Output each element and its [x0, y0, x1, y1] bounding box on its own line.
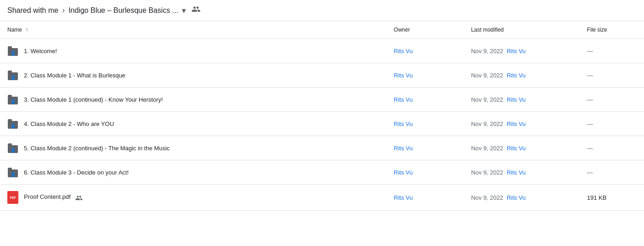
folder-icon: 👤 [7, 45, 18, 56]
name-cell: 👤 5. Class Module 2 (continued) - The Ma… [0, 136, 386, 160]
folder-icon: 👤 [7, 142, 18, 153]
size-cell: — [580, 112, 644, 136]
file-name: 5. Class Module 2 (continued) - The Magi… [24, 145, 170, 152]
breadcrumb-people-icon[interactable] [191, 5, 201, 16]
owner-link[interactable]: Rits Vu [394, 120, 413, 127]
table-row[interactable]: 👤 3. Class Module 1 (continued) - Know Y… [0, 87, 644, 112]
col-header-modified: Last modified [464, 21, 580, 39]
modified-cell: Nov 9, 2022 Rits Vu [464, 185, 580, 211]
owner-link[interactable]: Rits Vu [394, 194, 413, 201]
table-row[interactable]: 👤 4. Class Module 2 - Who are YOU Rits V… [0, 112, 644, 136]
modified-user[interactable]: Rits Vu [507, 145, 526, 152]
breadcrumb-shared-link[interactable]: Shared with me [7, 6, 58, 15]
owner-cell: Rits Vu [386, 112, 464, 136]
name-cell: 👤 1. Welcome! [0, 39, 386, 63]
name-cell: 👤 6. Class Module 3 - Decide on your Act… [0, 160, 386, 185]
table-row[interactable]: 👤 2. Class Module 1 - What is Burlesque … [0, 63, 644, 87]
col-header-name[interactable]: Name ↑ [0, 21, 386, 39]
breadcrumb-current-folder: Indigo Blue – Burlesque Basics ... [68, 6, 178, 15]
name-cell: 👤 4. Class Module 2 - Who are YOU [0, 112, 386, 136]
file-table: Name ↑ Owner Last modified File size 👤 1… [0, 21, 644, 211]
file-name: Proof Content.pdf [24, 193, 83, 201]
owner-cell: Rits Vu [386, 185, 464, 211]
size-cell: — [580, 87, 644, 112]
size-cell: — [580, 39, 644, 63]
owner-cell: Rits Vu [386, 136, 464, 160]
owner-cell: Rits Vu [386, 160, 464, 185]
owner-cell: Rits Vu [386, 39, 464, 63]
owner-link[interactable]: Rits Vu [394, 145, 413, 152]
file-name: 6. Class Module 3 - Decide on your Act! [24, 169, 129, 176]
shared-icon [73, 193, 83, 201]
file-name: 1. Welcome! [24, 48, 57, 55]
modified-user[interactable]: Rits Vu [507, 96, 526, 103]
modified-cell: Nov 9, 2022 Rits Vu [464, 160, 580, 185]
modified-user[interactable]: Rits Vu [507, 48, 526, 55]
breadcrumb-separator-icon: › [62, 5, 65, 15]
modified-cell: Nov 9, 2022 Rits Vu [464, 112, 580, 136]
file-name: 4. Class Module 2 - Who are YOU [24, 120, 114, 127]
modified-cell: Nov 9, 2022 Rits Vu [464, 39, 580, 63]
table-row[interactable]: PDF Proof Content.pdf Rits Vu Nov 9, 202… [0, 185, 644, 211]
folder-icon: 👤 [7, 118, 18, 129]
name-cell: 👤 3. Class Module 1 (continued) - Know Y… [0, 87, 386, 112]
owner-cell: Rits Vu [386, 87, 464, 112]
size-cell: — [580, 136, 644, 160]
sort-arrow-icon: ↑ [25, 27, 28, 33]
name-cell: 👤 2. Class Module 1 - What is Burlesque [0, 63, 386, 87]
owner-link[interactable]: Rits Vu [394, 72, 413, 79]
size-cell: — [580, 160, 644, 185]
owner-link[interactable]: Rits Vu [394, 96, 413, 103]
file-name: 2. Class Module 1 - What is Burlesque [24, 72, 125, 79]
size-cell: 191 KB [580, 185, 644, 211]
modified-user[interactable]: Rits Vu [507, 72, 526, 79]
breadcrumb: Shared with me › Indigo Blue – Burlesque… [0, 0, 644, 21]
modified-cell: Nov 9, 2022 Rits Vu [464, 136, 580, 160]
table-row[interactable]: 👤 1. Welcome! Rits Vu Nov 9, 2022 Rits V… [0, 39, 644, 63]
owner-cell: Rits Vu [386, 63, 464, 87]
folder-icon: 👤 [7, 70, 18, 81]
modified-user[interactable]: Rits Vu [507, 194, 526, 201]
breadcrumb-chevron-icon[interactable]: ▾ [182, 5, 186, 16]
folder-icon: 👤 [7, 94, 18, 105]
folder-icon: 👤 [7, 167, 18, 178]
table-header-row: Name ↑ Owner Last modified File size [0, 21, 644, 39]
size-cell: — [580, 63, 644, 87]
owner-link[interactable]: Rits Vu [394, 169, 413, 176]
pdf-icon: PDF [7, 191, 18, 204]
table-row[interactable]: 👤 5. Class Module 2 (continued) - The Ma… [0, 136, 644, 160]
col-header-owner: Owner [386, 21, 464, 39]
owner-link[interactable]: Rits Vu [394, 48, 413, 55]
modified-cell: Nov 9, 2022 Rits Vu [464, 87, 580, 112]
file-name: 3. Class Module 1 (continued) - Know You… [24, 96, 163, 103]
modified-user[interactable]: Rits Vu [507, 169, 526, 176]
table-row[interactable]: 👤 6. Class Module 3 - Decide on your Act… [0, 160, 644, 185]
modified-cell: Nov 9, 2022 Rits Vu [464, 63, 580, 87]
col-header-size: File size [580, 21, 644, 39]
modified-user[interactable]: Rits Vu [507, 120, 526, 127]
name-cell: PDF Proof Content.pdf [0, 185, 386, 211]
